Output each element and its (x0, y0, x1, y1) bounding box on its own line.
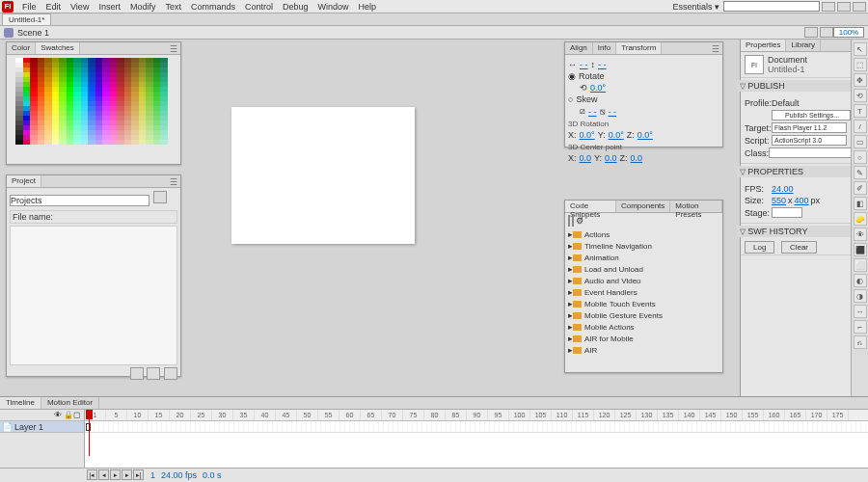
ruler-tick[interactable]: 65 (361, 410, 382, 420)
tool-button[interactable]: ↔ (854, 305, 867, 318)
tool-button[interactable]: ✥ (854, 73, 867, 87)
project-file-list[interactable] (10, 226, 177, 365)
lock-icon[interactable]: 🔒 (64, 411, 72, 419)
tab-transform[interactable]: Transform (616, 42, 662, 54)
ruler-tick[interactable]: 90 (467, 410, 488, 420)
scale-h[interactable]: - - (598, 60, 607, 69)
swatch[interactable] (131, 140, 139, 145)
target-select[interactable]: Flash Player 11.2 (772, 122, 847, 133)
rot3d-y[interactable]: 0.0° (609, 130, 624, 140)
swatch[interactable] (110, 140, 118, 145)
ruler-tick[interactable]: 150 (721, 410, 743, 420)
zoom-input[interactable]: 100% (833, 27, 864, 38)
ruler-tick[interactable]: 75 (403, 410, 424, 420)
tool-button[interactable]: 🧽 (854, 212, 867, 226)
swatch[interactable] (124, 140, 132, 145)
snippet-folder[interactable]: ▸Actions (568, 228, 719, 240)
ruler-tick[interactable]: 50 (297, 410, 318, 420)
new-folder-icon[interactable] (147, 367, 160, 380)
tab-info[interactable]: Info (593, 42, 616, 54)
tool-button[interactable]: ⬚ (854, 58, 867, 71)
tool-button[interactable]: ◑ (854, 289, 867, 303)
layer-row[interactable]: 📄Layer 1 (0, 421, 84, 433)
next-frame-button[interactable]: ▸ (122, 469, 132, 480)
menu-file[interactable]: File (17, 1, 41, 13)
tab-code-snippets[interactable]: Code Snippets (565, 201, 616, 212)
window-min-icon[interactable] (822, 2, 835, 12)
snippet-folder[interactable]: ▸Mobile Gesture Events (568, 309, 719, 321)
ruler-tick[interactable]: 85 (446, 410, 467, 420)
log-button[interactable]: Log (745, 241, 774, 254)
edit-scene-icon[interactable] (804, 27, 818, 38)
swatch[interactable] (23, 140, 31, 145)
snippet-folder[interactable]: ▸Mobile Touch Events (568, 298, 719, 309)
tool-button[interactable]: 👁 (854, 228, 867, 241)
ruler-tick[interactable]: 115 (573, 410, 594, 420)
swatch-grid[interactable] (15, 58, 177, 145)
project-options-icon[interactable] (153, 191, 167, 203)
workspace-switcher[interactable]: Essentials ▾ (668, 1, 723, 13)
search-input[interactable] (723, 1, 820, 12)
menu-help[interactable]: Help (354, 1, 382, 13)
ruler-tick[interactable]: 70 (382, 410, 403, 420)
delete-icon[interactable] (164, 367, 177, 380)
size-h[interactable]: 400 (795, 196, 809, 205)
snippet-folder[interactable]: ▸Timeline Navigation (568, 240, 719, 252)
window-close-icon[interactable] (853, 2, 866, 12)
menu-insert[interactable]: Insert (94, 1, 125, 13)
menu-modify[interactable]: Modify (125, 1, 161, 13)
outline-icon[interactable]: ▢ (73, 411, 82, 419)
tab-project[interactable]: Project (7, 175, 41, 187)
ruler-tick[interactable]: 100 (509, 410, 530, 420)
swatch[interactable] (73, 140, 81, 145)
class-input[interactable] (769, 147, 857, 158)
tool-button[interactable]: ✎ (854, 166, 867, 179)
swatch[interactable] (44, 140, 52, 145)
panel-menu-icon[interactable]: ☰ (170, 44, 177, 54)
playhead[interactable] (89, 410, 90, 456)
skew-b[interactable]: - - (609, 107, 617, 117)
ruler-tick[interactable]: 110 (552, 410, 573, 420)
clear-button[interactable]: Clear (781, 241, 817, 254)
tool-button[interactable]: ⌐ (854, 320, 867, 334)
skew-a[interactable]: - - (588, 107, 597, 117)
size-w[interactable]: 550 (772, 196, 786, 205)
menu-edit[interactable]: Edit (41, 1, 67, 13)
rot3d-x[interactable]: 0.0° (580, 130, 595, 140)
swatch[interactable] (153, 140, 161, 145)
project-selector[interactable]: Projects (10, 195, 149, 206)
menu-commands[interactable]: Commands (186, 1, 240, 13)
ruler-tick[interactable]: 105 (530, 410, 552, 420)
last-frame-button[interactable]: ▸| (133, 469, 144, 480)
ruler-tick[interactable]: 125 (615, 410, 637, 420)
snippet-folder[interactable]: ▸Animation (568, 252, 719, 263)
window-max-icon[interactable] (837, 2, 851, 12)
swatch[interactable] (15, 140, 23, 145)
swatch[interactable] (95, 140, 103, 145)
ruler-tick[interactable]: 145 (700, 410, 721, 420)
fps-value[interactable]: 24.00 (772, 184, 794, 194)
properties-header[interactable]: ▽ PROPERTIES (737, 166, 854, 177)
ruler-tick[interactable]: 160 (764, 410, 785, 420)
swatch[interactable] (81, 140, 89, 145)
ruler-tick[interactable]: 40 (255, 410, 276, 420)
menu-debug[interactable]: Debug (278, 1, 313, 13)
cen3d-x[interactable]: 0.0 (580, 153, 592, 163)
snippet-folder[interactable]: ▸AIR for Mobile (568, 333, 719, 344)
stage-color-swatch[interactable] (772, 207, 802, 218)
tool-button[interactable]: ⬜ (854, 258, 867, 272)
frames-area[interactable]: 1510152025303540455055606570758085909510… (85, 410, 868, 468)
ruler-tick[interactable]: 135 (658, 410, 679, 420)
tool-button[interactable]: ◧ (854, 197, 867, 210)
tool-button[interactable]: ✐ (854, 181, 867, 195)
cen3d-y[interactable]: 0.0 (605, 153, 617, 163)
add-snippet-icon[interactable] (568, 215, 570, 227)
tab-components[interactable]: Components (616, 201, 670, 212)
swatch[interactable] (30, 140, 38, 145)
first-frame-button[interactable]: |◂ (87, 469, 97, 480)
document-tab[interactable]: Untitled-1* (2, 13, 51, 25)
cen3d-z[interactable]: 0.0 (631, 153, 643, 163)
tool-button[interactable]: ↖ (854, 42, 867, 56)
ruler-tick[interactable]: 55 (318, 410, 339, 420)
menu-text[interactable]: Text (160, 1, 186, 13)
